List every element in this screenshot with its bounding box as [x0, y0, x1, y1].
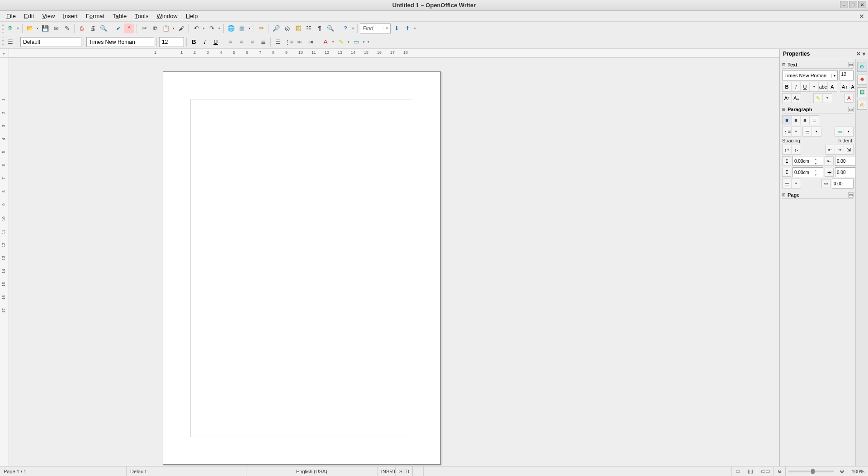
sidebar-numbering-icon[interactable]: ☰ — [803, 127, 812, 136]
sidebar-strike-icon[interactable]: abc — [819, 82, 828, 91]
status-language[interactable]: English (USA) — [246, 467, 377, 476]
print-icon[interactable]: 🖨 — [88, 24, 98, 33]
help-dropdown[interactable]: ▾ — [351, 27, 355, 30]
find-next-up-icon[interactable]: ⬆ — [402, 24, 412, 33]
increase-spacing-icon[interactable]: ↕+ — [783, 145, 792, 154]
data-sources-icon[interactable]: ☷ — [304, 24, 314, 33]
close-document-button[interactable]: ✕ — [859, 13, 864, 20]
auto-spellcheck-icon[interactable]: ᴬ — [124, 24, 134, 33]
menu-file[interactable]: File — [3, 11, 19, 21]
hanging-indent-icon[interactable]: ⇲ — [844, 145, 853, 154]
section-options-icon[interactable]: ▭ — [848, 107, 854, 112]
toolbar-grip[interactable] — [2, 24, 4, 33]
table-dropdown[interactable]: ▾ — [248, 27, 251, 30]
sidebar-size-field[interactable] — [839, 71, 854, 80]
new-icon[interactable]: 🗎 — [5, 24, 15, 33]
font-color-icon[interactable]: A — [321, 37, 330, 47]
paragraph-style-combo[interactable]: ▾ — [20, 37, 81, 47]
numbered-list-icon[interactable]: ☰ — [273, 37, 283, 47]
show-draw-icon[interactable]: ✏ — [256, 24, 266, 33]
sidebar-menu-icon[interactable]: ▾ — [863, 51, 865, 57]
undo-icon[interactable]: ↶ — [191, 24, 201, 33]
section-options-icon[interactable]: ▭ — [848, 62, 854, 67]
find-next-down-icon[interactable]: ⬇ — [392, 24, 401, 33]
sidebar-bullets-icon[interactable]: ⋮≡ — [783, 127, 792, 136]
increase-indent-icon[interactable]: ⇥ — [835, 145, 844, 154]
menu-format[interactable]: Format — [82, 11, 108, 21]
background-dropdown[interactable]: ▾ — [362, 40, 366, 44]
decrease-spacing-icon[interactable]: ↕- — [792, 145, 801, 154]
collapse-icon[interactable]: ⊟ — [782, 107, 786, 112]
find-toolbar-field[interactable]: ▾ — [360, 24, 391, 33]
edit-file-icon[interactable]: ✎ — [62, 24, 72, 33]
indent-left-field[interactable] — [835, 156, 855, 166]
bullet-list-icon[interactable]: ⋮≡ — [284, 37, 294, 47]
sidebar-paragraph-title[interactable]: ⊟ Paragraph ▭ — [782, 106, 854, 113]
sidebar-highlight-dropdown[interactable]: ▾ — [823, 94, 832, 103]
spacing-below-field[interactable]: ▴▾ — [793, 167, 823, 177]
align-left-icon[interactable]: ≡ — [226, 37, 236, 47]
sidebar-shadow-icon[interactable]: A — [828, 82, 837, 91]
spellcheck-icon[interactable]: ✔ — [113, 24, 123, 33]
status-view-multi-icon[interactable]: ▯▯ — [744, 467, 757, 476]
menu-edit[interactable]: Edit — [20, 11, 38, 21]
hyperlink-icon[interactable]: 🌐 — [226, 24, 236, 33]
status-selection-mode[interactable]: STD — [396, 467, 413, 476]
menu-tools[interactable]: Tools — [131, 11, 152, 21]
sidebar-text-title[interactable]: ⊟ Text ▭ — [782, 61, 854, 69]
section-options-icon[interactable]: ▭ — [848, 192, 854, 198]
sidebar-gallery-tab-icon[interactable]: 🖼 — [857, 87, 867, 97]
maximize-button[interactable]: □ — [849, 1, 857, 8]
sidebar-navigator-tab-icon[interactable]: ◎ — [857, 100, 867, 110]
increase-indent-icon[interactable]: ⇥ — [306, 37, 316, 47]
sidebar-bgcolor-icon[interactable]: ▭ — [835, 127, 844, 136]
underline-icon[interactable]: U — [211, 37, 221, 47]
menu-table[interactable]: Table — [109, 11, 130, 21]
open-dropdown[interactable]: ▾ — [36, 27, 39, 30]
align-right-icon[interactable]: ≡ — [247, 37, 257, 47]
document-canvas[interactable] — [9, 58, 779, 466]
highlight-dropdown[interactable]: ▾ — [347, 40, 350, 44]
font-color-dropdown[interactable]: ▾ — [331, 40, 335, 44]
sidebar-align-right-icon[interactable]: ≡ — [801, 116, 810, 125]
status-signature[interactable] — [413, 467, 424, 476]
undo-dropdown[interactable]: ▾ — [202, 27, 206, 30]
print-preview-icon[interactable]: 🔍 — [99, 24, 108, 33]
sidebar-styles-tab-icon[interactable]: ✸ — [857, 75, 867, 85]
sidebar-italic-icon[interactable]: I — [792, 82, 801, 91]
zoom-icon[interactable]: 🔍 — [326, 24, 335, 33]
indent-first-field[interactable] — [832, 179, 854, 189]
sidebar-font-color-icon[interactable]: A — [844, 94, 854, 103]
format-paintbrush-icon[interactable]: 🖌 — [176, 24, 186, 33]
zoom-in-icon[interactable]: ⊕ — [836, 467, 848, 476]
sidebar-align-justify-icon[interactable]: ≣ — [810, 116, 819, 125]
sidebar-align-center-icon[interactable]: ≡ — [792, 116, 801, 125]
insert-table-icon[interactable]: ▦ — [237, 24, 247, 33]
formatting-overflow[interactable]: ▾ — [367, 40, 370, 44]
zoom-percent[interactable]: 100% — [848, 467, 868, 476]
font-name-combo[interactable]: ▾ — [86, 37, 154, 47]
spacing-above-field[interactable]: ▴▾ — [793, 156, 823, 166]
find-dropdown[interactable]: ▾ — [383, 26, 390, 30]
highlight-color-icon[interactable]: ✎ — [336, 37, 346, 47]
align-justify-icon[interactable]: ≣ — [258, 37, 268, 47]
paste-icon[interactable]: 📋 — [161, 24, 171, 33]
toolbar-grip-2[interactable] — [2, 38, 4, 47]
sidebar-bgcolor-dropdown[interactable]: ▾ — [844, 127, 853, 136]
sidebar-superscript-icon[interactable]: Aᵃ — [783, 94, 792, 103]
status-style[interactable]: Default — [127, 467, 246, 476]
collapse-icon[interactable]: ⊟ — [782, 62, 786, 67]
gallery-icon[interactable]: 🖼 — [293, 24, 303, 33]
line-spacing-icon[interactable]: ☰ — [783, 179, 792, 188]
menu-help[interactable]: Help — [182, 11, 202, 21]
font-size-combo[interactable]: ▾ — [159, 37, 184, 47]
sidebar-highlight-icon[interactable]: ✎ — [814, 94, 823, 103]
export-pdf-icon[interactable]: ⎙ — [77, 24, 87, 33]
redo-dropdown[interactable]: ▾ — [217, 27, 221, 30]
sidebar-bullets-dropdown[interactable]: ▾ — [792, 127, 801, 136]
help-icon[interactable]: ? — [340, 24, 350, 33]
status-view-book-icon[interactable]: ▭▭ — [757, 467, 774, 476]
status-insert-mode[interactable]: INSRT — [377, 467, 396, 476]
navigator-icon[interactable]: ◎ — [282, 24, 292, 33]
background-color-icon[interactable]: ▭ — [351, 37, 361, 47]
